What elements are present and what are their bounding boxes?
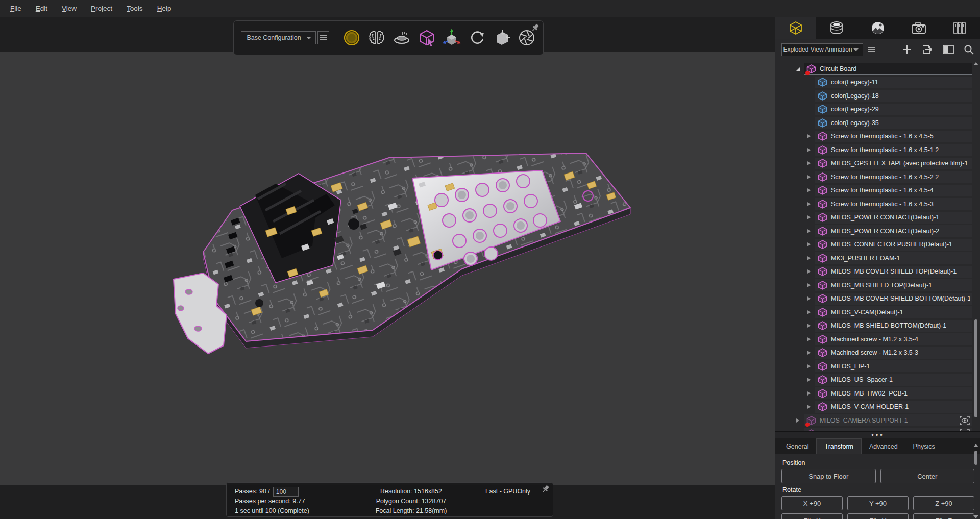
configuration-menu-button[interactable] bbox=[317, 31, 329, 44]
tab-scene[interactable] bbox=[775, 17, 816, 39]
animation-menu-button[interactable] bbox=[865, 43, 878, 56]
tree-row[interactable]: MILOS_MB COVER SHIELD BOTTOM(Défaut)-1 bbox=[807, 293, 972, 305]
tree-row-body[interactable]: MILOS_POWER CONTACT(Défaut)-1 bbox=[815, 212, 972, 224]
tree-row-body[interactable]: MILOS_V-CAM HOLDER-1 bbox=[815, 401, 972, 413]
tree-row[interactable]: MILOS_US_Spacer-1 bbox=[807, 374, 972, 386]
expand-icon[interactable] bbox=[807, 256, 815, 261]
tree-scroll-thumb[interactable] bbox=[974, 319, 977, 417]
denoise-button[interactable] bbox=[368, 29, 386, 47]
tree-row-body[interactable]: color(Legacy)-11 bbox=[815, 77, 972, 88]
tree-row-body[interactable]: MILOS_MB_HW02_PCB-1 bbox=[815, 387, 972, 399]
tree-row[interactable]: Screw for thermoplastic - 1.6 x 4.5-4 bbox=[807, 185, 972, 196]
tree-row[interactable]: Machined screw - M1.2 x 3.5-3 bbox=[807, 347, 972, 359]
rotate-reset-button[interactable] bbox=[468, 29, 486, 47]
tree-row-body[interactable]: MILOS_US_Spacer-1 bbox=[815, 374, 972, 386]
expand-icon[interactable] bbox=[807, 337, 815, 342]
menu-help[interactable]: Help bbox=[150, 5, 179, 12]
tree-row[interactable]: color(Legacy)-11 bbox=[807, 77, 972, 88]
configuration-dropdown[interactable]: Base Configuration bbox=[241, 31, 316, 44]
tree-row[interactable]: MILOS_MB SHIELD BOTTOM(Défaut)-1 bbox=[807, 320, 972, 332]
collapse-icon[interactable] bbox=[796, 66, 804, 71]
properties-scrollbar[interactable] bbox=[973, 443, 979, 519]
tree-row[interactable]: MK3_PUSHER FOAM-1 bbox=[807, 252, 972, 264]
split-view-icon[interactable] bbox=[943, 45, 954, 54]
tree-row[interactable]: color(Legacy)-35 bbox=[807, 117, 972, 129]
tree-row[interactable]: Screw for thermoplastic - 1.6 x 4.5-1 2 bbox=[807, 144, 972, 156]
menu-view[interactable]: View bbox=[55, 5, 84, 12]
tree-row[interactable]: MILOS_POWER CONTACT(Défaut)-2 bbox=[807, 225, 972, 237]
tree-row[interactable]: MILOS_V-CAM HOLDER-1 bbox=[807, 401, 972, 413]
flip-flip-z-button[interactable]: Flip Z bbox=[913, 513, 974, 519]
properties-tab-transform[interactable]: Transform bbox=[816, 438, 862, 454]
passes-limit-input[interactable] bbox=[273, 487, 299, 497]
scroll-up-icon[interactable] bbox=[973, 443, 978, 448]
stats-pin-button[interactable] bbox=[541, 484, 550, 493]
expand-icon[interactable] bbox=[807, 350, 815, 355]
tree-row-body[interactable]: Screw for thermoplastic - 1.6 x 4.5-3 bbox=[815, 198, 972, 210]
tab-materials[interactable] bbox=[816, 17, 857, 39]
tree-row[interactable]: Machined screw - M1.2 x 3.5-4 bbox=[807, 333, 972, 345]
properties-tab-advanced[interactable]: Advanced bbox=[862, 438, 905, 454]
expand-icon[interactable] bbox=[796, 418, 804, 423]
tree-row-body[interactable]: Circuit Board bbox=[804, 63, 972, 75]
position-snap-to-floor-button[interactable]: Snap to Floor bbox=[781, 469, 876, 483]
expand-icon[interactable] bbox=[807, 296, 815, 301]
expand-icon[interactable] bbox=[807, 134, 815, 139]
visibility-eye-icon[interactable] bbox=[960, 416, 970, 425]
tree-row-body[interactable]: MILOS_MB COVER SHIELD BOTTOM(Défaut)-1 bbox=[815, 293, 972, 305]
tab-library[interactable] bbox=[939, 17, 980, 39]
menu-project[interactable]: Project bbox=[84, 5, 119, 12]
tree-row-body[interactable]: color(Legacy)-18 bbox=[815, 90, 972, 102]
expand-icon[interactable] bbox=[807, 391, 815, 396]
menu-edit[interactable]: Edit bbox=[29, 5, 55, 12]
tree-row[interactable]: color(Legacy)-18 bbox=[807, 90, 972, 102]
tree-row-body[interactable]: color(Legacy)-35 bbox=[815, 117, 972, 129]
animation-dropdown[interactable]: Exploded View Animation bbox=[781, 43, 863, 56]
tab-environment[interactable] bbox=[857, 17, 898, 39]
ring-material-button[interactable] bbox=[342, 29, 361, 47]
flip-flip-x-button[interactable]: Flip X bbox=[781, 513, 843, 519]
select-object-button[interactable] bbox=[418, 29, 436, 47]
tree-row-body[interactable]: MILOS_MB COVER SHIELD TOP(Défaut)-1 bbox=[815, 266, 972, 278]
menu-tools[interactable]: Tools bbox=[119, 5, 150, 12]
tree-row-body[interactable]: color(Legacy)-29 bbox=[815, 104, 972, 115]
menu-file[interactable]: File bbox=[3, 5, 29, 12]
tree-row-body[interactable]: MILOS_MB SHIELD BOTTOM(Défaut)-1 bbox=[815, 320, 972, 332]
tree-row-body[interactable]: MILOS_POWER CONTACT(Défaut)-2 bbox=[815, 225, 972, 237]
properties-tab-physics[interactable]: Physics bbox=[905, 438, 943, 454]
expand-icon[interactable] bbox=[807, 377, 815, 382]
expand-icon[interactable] bbox=[807, 283, 815, 288]
scroll-down-icon[interactable] bbox=[973, 515, 978, 519]
tree-row-body[interactable]: Machined screw - M1.2 x 3.5-3 bbox=[815, 347, 972, 359]
panel-splitter[interactable]: ••• bbox=[775, 431, 980, 438]
export-icon[interactable] bbox=[922, 44, 933, 55]
turntable-button[interactable] bbox=[393, 29, 411, 47]
expand-icon[interactable] bbox=[807, 269, 815, 274]
expand-icon[interactable] bbox=[807, 242, 815, 247]
expand-icon[interactable] bbox=[807, 364, 815, 369]
tree-row[interactable]: MILOS_POWER CONTACT(Défaut)-1 bbox=[807, 212, 972, 224]
position-center-button[interactable]: Center bbox=[880, 469, 975, 483]
tree-row[interactable]: MILOS_MB_HW02_PCB-1 bbox=[807, 387, 972, 399]
expand-icon[interactable] bbox=[807, 215, 815, 220]
expand-icon[interactable] bbox=[807, 404, 815, 409]
expand-icon[interactable] bbox=[807, 175, 815, 180]
expand-icon[interactable] bbox=[807, 310, 815, 315]
tree-row[interactable]: MILOS_GPS FLEX TAPE(avec protective film… bbox=[807, 158, 972, 169]
tree-row-body[interactable]: Screw for thermoplastic - 1.6 x 4.5-2 2 bbox=[815, 171, 972, 183]
tree-row-body[interactable]: Screw for thermoplastic - 1.6 x 4.5-5 bbox=[815, 131, 972, 142]
properties-scroll-thumb[interactable] bbox=[974, 451, 977, 465]
render-area[interactable] bbox=[0, 52, 775, 485]
expand-icon[interactable] bbox=[807, 323, 815, 328]
properties-tab-general[interactable]: General bbox=[778, 438, 816, 454]
tree-row-body[interactable]: MILOS_CONNECTOR PUSHER(Défaut)-1 bbox=[815, 239, 972, 251]
rotate-z-90-button[interactable]: Z +90 bbox=[913, 496, 974, 510]
tree-row[interactable]: MILOS_V-CAM(Défaut)-1 bbox=[807, 306, 972, 318]
rotate-x-90-button[interactable]: X +90 bbox=[781, 496, 843, 510]
expand-icon[interactable] bbox=[807, 202, 815, 207]
tree-row-body[interactable]: MILOS_MB SHIELD TOP(Défaut)-1 bbox=[815, 279, 972, 291]
tree-row-body[interactable]: Machined screw - M1.2 x 3.5-4 bbox=[815, 333, 972, 345]
move-tool-button[interactable] bbox=[443, 29, 461, 47]
tree-scrollbar[interactable] bbox=[973, 62, 979, 450]
toolbar-pin-button[interactable] bbox=[531, 23, 540, 32]
